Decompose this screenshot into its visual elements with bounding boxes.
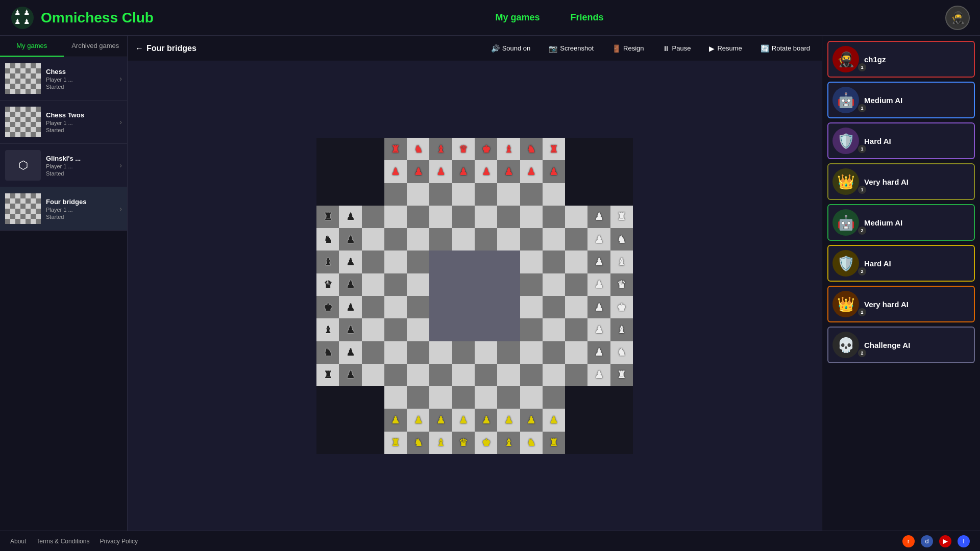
chess-cell[interactable]	[565, 296, 587, 318]
chess-cell[interactable]	[475, 364, 497, 386]
chess-cell[interactable]	[520, 318, 543, 341]
chess-cell[interactable]	[587, 409, 610, 431]
chess-cell[interactable]	[407, 183, 429, 206]
chess-cell[interactable]	[497, 296, 520, 318]
chess-cell[interactable]	[316, 386, 339, 409]
player-card[interactable]: 🛡️ 1 Hard AI	[827, 122, 975, 159]
chess-cell[interactable]	[475, 251, 497, 273]
footer-about[interactable]: About	[10, 538, 26, 545]
chess-cell[interactable]: ♟	[429, 409, 452, 431]
screenshot-button[interactable]: 📷 Screenshot	[545, 42, 598, 55]
chess-cell[interactable]: ♟	[587, 228, 610, 251]
chess-cell[interactable]	[497, 228, 520, 251]
chess-cell[interactable]	[565, 341, 587, 364]
chess-cell[interactable]	[407, 273, 429, 296]
chess-cell[interactable]: ♟	[587, 364, 610, 386]
sound-button[interactable]: 🔊 Sound on	[487, 42, 535, 55]
chess-cell[interactable]: ♝	[610, 318, 633, 341]
chess-cell[interactable]	[610, 183, 633, 206]
chess-cell[interactable]	[452, 251, 475, 273]
chess-cell[interactable]	[543, 341, 565, 364]
chess-cell[interactable]	[384, 273, 407, 296]
player-card[interactable]: 🛡️ 2 Hard AI	[827, 245, 975, 282]
chess-cell[interactable]	[339, 409, 361, 431]
chess-cell[interactable]	[429, 386, 452, 409]
chess-cell[interactable]	[384, 318, 407, 341]
chess-cell[interactable]: ♟	[587, 251, 610, 273]
chess-cell[interactable]	[543, 273, 565, 296]
chess-cell[interactable]	[429, 318, 452, 341]
chess-cell[interactable]	[565, 364, 587, 386]
chess-cell[interactable]	[452, 273, 475, 296]
chess-cell[interactable]: ♟	[339, 341, 361, 364]
chess-cell[interactable]	[316, 432, 339, 454]
chess-cell[interactable]: ♟	[520, 409, 543, 431]
chess-cell[interactable]	[362, 138, 384, 160]
chess-cell[interactable]: ♟	[475, 160, 497, 183]
chess-cell[interactable]	[475, 318, 497, 341]
chess-cell[interactable]: ♟	[497, 160, 520, 183]
chess-cell[interactable]	[497, 341, 520, 364]
chess-cell[interactable]	[543, 183, 565, 206]
chess-cell[interactable]: ♟	[384, 409, 407, 431]
chess-cell[interactable]	[497, 183, 520, 206]
chess-cell[interactable]: ♚	[316, 296, 339, 318]
chess-cell[interactable]: ♚	[610, 296, 633, 318]
chess-cell[interactable]	[565, 160, 587, 183]
chess-cell[interactable]: ♜	[543, 138, 565, 160]
chess-cell[interactable]	[520, 228, 543, 251]
chess-cell[interactable]	[362, 183, 384, 206]
footer-privacy[interactable]: Privacy Policy	[100, 538, 138, 545]
chess-cell[interactable]: ♛	[452, 432, 475, 454]
chess-cell[interactable]: ♟	[339, 318, 361, 341]
chess-cell[interactable]	[362, 296, 384, 318]
chess-cell[interactable]	[587, 183, 610, 206]
nav-friends[interactable]: Friends	[570, 12, 603, 23]
chess-cell[interactable]	[362, 206, 384, 228]
chess-cell[interactable]	[339, 386, 361, 409]
chess-cell[interactable]	[452, 318, 475, 341]
discord-icon[interactable]: d	[921, 535, 933, 547]
chess-cell[interactable]	[407, 296, 429, 318]
chess-cell[interactable]	[407, 318, 429, 341]
facebook-icon[interactable]: f	[958, 535, 970, 547]
chess-cell[interactable]	[429, 206, 452, 228]
tab-my-games[interactable]: My games	[0, 36, 64, 57]
chess-cell[interactable]: ♝	[497, 432, 520, 454]
list-item[interactable]: (function(){ const cont = document.curre…	[0, 187, 127, 231]
chess-cell[interactable]	[362, 160, 384, 183]
chess-cell[interactable]	[452, 341, 475, 364]
chess-cell[interactable]	[610, 386, 633, 409]
chess-cell[interactable]: ♝	[429, 432, 452, 454]
chess-cell[interactable]	[362, 432, 384, 454]
chess-cell[interactable]: ♟	[497, 409, 520, 431]
chess-cell[interactable]	[339, 138, 361, 160]
chess-cell[interactable]: ♟	[339, 206, 361, 228]
chess-cell[interactable]	[362, 341, 384, 364]
chess-cell[interactable]	[520, 273, 543, 296]
chess-cell[interactable]: ♟	[339, 273, 361, 296]
tab-archived-games[interactable]: Archived games	[64, 36, 128, 57]
chess-cell[interactable]: ♟	[339, 364, 361, 386]
chess-cell[interactable]: ♟	[429, 160, 452, 183]
chess-cell[interactable]: ♟	[587, 206, 610, 228]
chess-cell[interactable]	[475, 273, 497, 296]
chess-cell[interactable]	[543, 206, 565, 228]
chess-cell[interactable]	[384, 228, 407, 251]
chess-cell[interactable]: ♟	[520, 160, 543, 183]
nav-my-games[interactable]: My games	[495, 12, 540, 23]
chess-cell[interactable]	[610, 409, 633, 431]
chess-cell[interactable]: ♜	[543, 432, 565, 454]
chess-cell[interactable]	[362, 318, 384, 341]
chess-cell[interactable]	[565, 138, 587, 160]
chess-cell[interactable]	[384, 341, 407, 364]
chess-cell[interactable]	[520, 251, 543, 273]
chess-cell[interactable]	[565, 409, 587, 431]
chess-cell[interactable]	[565, 228, 587, 251]
chess-cell[interactable]	[565, 386, 587, 409]
chess-cell[interactable]	[339, 432, 361, 454]
chess-cell[interactable]: ♜	[316, 206, 339, 228]
chess-cell[interactable]: ♞	[520, 432, 543, 454]
chess-cell[interactable]	[429, 341, 452, 364]
chess-cell[interactable]	[362, 386, 384, 409]
